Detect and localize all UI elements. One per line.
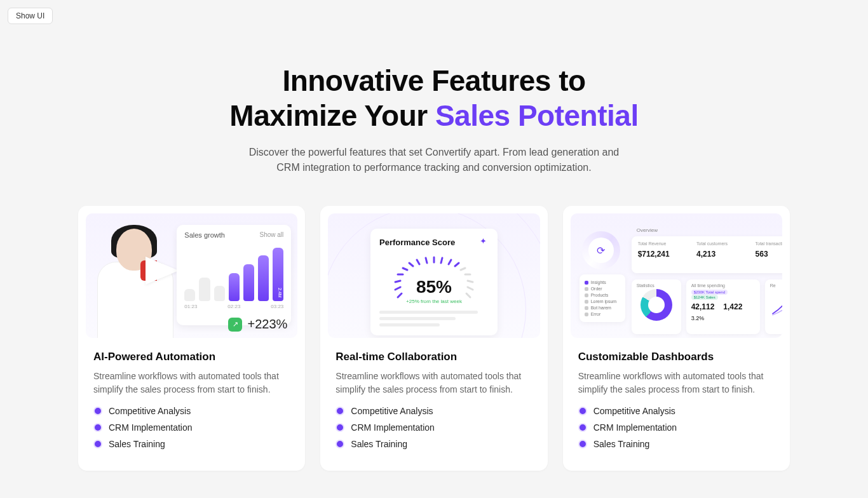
svg-line-1 (395, 287, 400, 290)
metrics-row: Overview Total Revenue $712,241 Total cu… (632, 236, 782, 273)
bullet-icon (93, 407, 102, 415)
chart-axis: 01:23 02:23 03:23 (184, 304, 283, 309)
bullet-icon (336, 440, 344, 448)
card-title: Real-time Collaboration (336, 351, 532, 363)
list-item: Sales Training (578, 439, 775, 449)
spending-pane: All time spending $230K Total spend $124… (686, 279, 760, 334)
bullet-icon (93, 423, 102, 432)
list-item: Competitive Analysis (336, 406, 532, 416)
magic-wand-icon: ✦ (480, 236, 490, 246)
card-image-collaboration: ✦ Performance Score (328, 213, 539, 338)
growth-value: +223% (247, 317, 287, 332)
svg-line-14 (468, 281, 473, 282)
svg-line-9 (441, 258, 442, 263)
svg-line-5 (409, 263, 413, 266)
stats-row: Statistics 321K All time spending $230K … (632, 279, 782, 334)
list-item: CRM Implementation (93, 422, 290, 433)
features-section: Innovative Features to Maximize Your Sal… (78, 0, 790, 471)
card-desc: Streamline workflows with automated tool… (578, 370, 775, 396)
feature-card-collaboration: ✦ Performance Score (320, 206, 547, 471)
card-image-dashboards: ⟳ Insights Order Products Lorem ipsum Bo… (571, 213, 782, 338)
mini-sidebar: Insights Order Products Lorem ipsum Bot … (580, 274, 625, 322)
card-title: AI-Powered Automation (93, 351, 290, 363)
hero-title: Innovative Features to Maximize Your Sal… (78, 64, 790, 133)
show-all-link[interactable]: Show all (260, 231, 284, 239)
svg-line-4 (403, 268, 407, 270)
bar-chart: 2.4M (184, 245, 283, 301)
bullet-icon (93, 440, 102, 448)
bullet-icon (336, 407, 344, 415)
card-desc: Streamline workflows with automated tool… (336, 370, 532, 396)
svg-line-7 (426, 258, 427, 263)
hero-title-line1: Innovative Features to (282, 64, 585, 97)
cards-row: Sales growth Show all 2.4M 01:23 (78, 206, 790, 471)
svg-line-16 (466, 293, 470, 297)
svg-line-11 (455, 263, 459, 266)
bullet-list: Competitive Analysis CRM Implementation … (578, 406, 775, 449)
sales-growth-panel: Sales growth Show all 2.4M 01:23 (177, 225, 291, 325)
hero: Innovative Features to Maximize Your Sal… (78, 64, 790, 175)
list-item: Sales Training (93, 439, 290, 449)
person-illustration (91, 224, 186, 338)
trend-up-icon: ↗ (228, 318, 242, 332)
performance-panel: ✦ Performance Score (370, 229, 498, 335)
refresh-circle: ⟳ (582, 231, 620, 269)
list-item: Sales Training (336, 439, 532, 449)
svg-line-2 (395, 281, 400, 282)
trend-pane: Re (765, 279, 782, 334)
bullet-icon (578, 440, 587, 448)
list-item: Competitive Analysis (93, 406, 290, 416)
list-item: CRM Implementation (578, 422, 775, 433)
placeholder-lines (379, 311, 489, 326)
bar-value-label: 2.4M (278, 288, 282, 298)
dashboard-mock: ⟳ Insights Order Products Lorem ipsum Bo… (571, 213, 782, 338)
svg-line-10 (449, 260, 451, 264)
card-title: Customizable Dashboards (578, 351, 775, 363)
svg-line-6 (417, 260, 419, 264)
card-image-automation: Sales growth Show all 2.4M 01:23 (86, 213, 297, 338)
svg-line-12 (461, 268, 465, 270)
donut-chart: 321K (641, 289, 672, 321)
svg-line-0 (398, 293, 402, 297)
overview-label: Overview (637, 227, 658, 233)
svg-line-15 (468, 287, 473, 290)
growth-badge: ↗ +223% (228, 317, 287, 332)
hero-subtitle: Discover the powerful features that set … (237, 145, 631, 175)
refresh-icon: ⟳ (588, 238, 614, 263)
bullet-icon (578, 407, 587, 415)
show-ui-button[interactable]: Show UI (8, 8, 53, 24)
panel-title: Performance Score (379, 238, 489, 248)
bullet-list: Competitive Analysis CRM Implementation … (336, 406, 532, 449)
list-item: CRM Implementation (336, 422, 532, 433)
hero-title-accent: Sales Potential (435, 99, 639, 132)
line-chart-icon (770, 285, 782, 317)
hero-title-line2a: Maximize Your (229, 99, 435, 132)
bullet-icon (578, 423, 587, 432)
feature-card-dashboards: ⟳ Insights Order Products Lorem ipsum Bo… (563, 206, 790, 471)
panel-title: Sales growth (184, 231, 225, 239)
stats-pane: Statistics 321K (632, 279, 681, 334)
bullet-icon (336, 423, 344, 432)
gauge-chart (386, 254, 482, 299)
feature-card-automation: Sales growth Show all 2.4M 01:23 (78, 206, 305, 471)
list-item: Competitive Analysis (578, 406, 775, 416)
card-desc: Streamline workflows with automated tool… (93, 370, 290, 396)
bullet-list: Competitive Analysis CRM Implementation … (93, 406, 290, 449)
